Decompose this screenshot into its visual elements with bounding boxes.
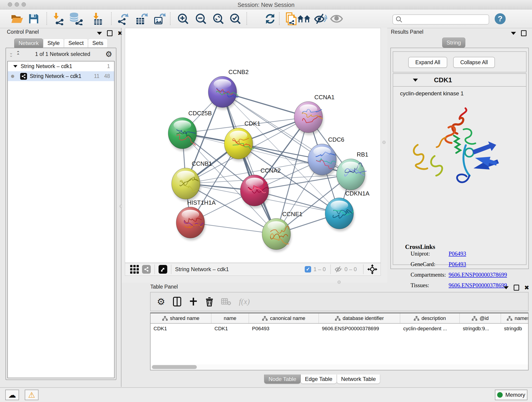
toolbar-separator xyxy=(363,264,364,274)
column-header-database-identifier[interactable]: database identifier xyxy=(319,313,400,323)
node-table: shared namenamecanonical namedatabase id… xyxy=(150,313,529,370)
panel-menu-icon[interactable] xyxy=(511,32,516,35)
column-header-shared-name[interactable]: shared name xyxy=(151,313,211,323)
export-table-icon[interactable] xyxy=(135,12,149,26)
section-collapse-icon[interactable] xyxy=(413,79,418,82)
tab-style[interactable]: Style xyxy=(43,38,64,48)
hidden-count: 0 – 0 xyxy=(345,266,357,273)
cell-name[interactable]: CDK1 xyxy=(211,324,249,333)
collapse-all-button[interactable]: Collapse All xyxy=(453,57,495,68)
column-header-canonical-name[interactable]: canonical name xyxy=(249,313,319,323)
panel-menu-icon[interactable] xyxy=(97,32,102,35)
collapse-all-icon[interactable]: ⌄⌄ xyxy=(9,51,13,57)
import-network-from-database-icon[interactable] xyxy=(69,12,83,26)
scrollbar-thumb[interactable] xyxy=(152,365,197,369)
cell-shared-name[interactable]: CDK1 xyxy=(151,324,211,333)
crosslink-label: Uniprot: xyxy=(411,250,430,257)
network-overview-icon[interactable] xyxy=(142,265,151,274)
refresh-icon[interactable] xyxy=(263,12,277,26)
network-row-selected[interactable]: String Network – cdk1 11 48 xyxy=(8,71,114,81)
cell-@id[interactable]: stringdb:9... xyxy=(460,324,501,333)
cell-database-identifier[interactable]: 9606.ENSP00000378699 xyxy=(319,324,400,333)
node-ccna1[interactable]: CCNA1 xyxy=(294,94,335,135)
column-header-namespace[interactable]: namespace xyxy=(501,313,529,323)
delete-table-icon[interactable] xyxy=(221,298,231,306)
crosslink-link[interactable]: 9606.ENSP00000378699 xyxy=(449,272,507,278)
cell-description[interactable]: cyclin-dependent ... xyxy=(400,324,460,333)
pan-crosshair-icon[interactable] xyxy=(367,264,377,274)
hide-selection-eye-icon[interactable] xyxy=(313,12,328,26)
import-network-icon[interactable] xyxy=(51,12,65,26)
column-header-name[interactable]: name xyxy=(211,313,249,323)
network-canvas[interactable]: CCNB2CCNA1CDC25BCDK1CDC6RB1CCNB1CCNA2CDK… xyxy=(125,28,381,263)
node-label: RB1 xyxy=(357,151,368,158)
node-label: CCNA2 xyxy=(260,167,281,174)
expand-all-icon[interactable]: ⌃⌃ xyxy=(16,51,20,57)
home-views-icon[interactable] xyxy=(297,12,311,26)
edge[interactable] xyxy=(222,92,276,234)
zoom-fit-icon[interactable] xyxy=(211,12,225,26)
cell-namespace[interactable]: stringdb xyxy=(501,324,529,333)
grid-view-icon[interactable] xyxy=(130,265,139,274)
export-image-icon[interactable] xyxy=(152,12,167,26)
tree-expand-icon[interactable] xyxy=(13,65,17,68)
zoom-selected-icon[interactable] xyxy=(228,12,242,26)
results-panel: Results Panel ✖ String Expand All Collap… xyxy=(387,28,532,283)
crosslink-link[interactable]: P06493 xyxy=(449,250,466,257)
gear-icon[interactable]: ⚙ xyxy=(105,50,112,58)
node-ccnb2[interactable]: CCNB2 xyxy=(208,69,249,110)
show-eye-icon[interactable] xyxy=(329,12,344,26)
tab-network[interactable]: Network xyxy=(14,38,43,48)
node-label: CDK1 xyxy=(244,120,260,127)
expand-all-button[interactable]: Expand All xyxy=(408,57,447,68)
float-panel-icon[interactable] xyxy=(521,30,526,36)
node-section-header[interactable]: CDK1 xyxy=(393,74,526,87)
zoom-in-icon[interactable] xyxy=(176,12,190,26)
network-collection-row[interactable]: String Network – cdk1 1 xyxy=(8,61,114,71)
warnings-button[interactable]: ⚠ xyxy=(25,390,38,400)
table-settings-gear-icon[interactable]: ⚙ xyxy=(157,297,165,306)
search-field[interactable] xyxy=(393,14,489,25)
splitter-handle[interactable] xyxy=(382,141,386,144)
import-table-icon[interactable] xyxy=(90,12,104,26)
table-horizontal-scrollbar[interactable] xyxy=(150,364,529,370)
tab-select[interactable]: Select xyxy=(64,38,88,48)
selected-nodes-checkbox-icon[interactable]: ✓ xyxy=(305,266,311,273)
tab-edge-table[interactable]: Edge Table xyxy=(301,375,337,384)
node-rb1[interactable]: RB1 xyxy=(336,151,368,192)
snapshot-documents-icon[interactable] xyxy=(284,12,298,26)
float-panel-icon[interactable] xyxy=(514,285,519,291)
node-cdkn1a[interactable]: CDKN1A xyxy=(325,190,370,231)
add-column-icon[interactable] xyxy=(189,297,198,306)
tab-sets[interactable]: Sets xyxy=(88,38,108,48)
delete-column-trash-icon[interactable] xyxy=(206,297,213,306)
zoom-out-icon[interactable] xyxy=(194,12,208,26)
node-hist1h1a[interactable]: HIST1H1A xyxy=(176,199,216,240)
cell-canonical-name[interactable]: P06493 xyxy=(249,324,319,333)
title-bar: Session: New Session xyxy=(0,0,532,9)
panel-menu-icon[interactable] xyxy=(504,286,509,289)
close-panel-icon[interactable]: ✖ xyxy=(524,285,529,290)
export-network-icon[interactable] xyxy=(116,12,130,26)
open-folder-icon[interactable] xyxy=(10,12,24,26)
column-header-@id[interactable]: @id xyxy=(460,313,501,323)
tab-network-table[interactable]: Network Table xyxy=(337,375,380,384)
help-icon[interactable]: ? xyxy=(493,12,507,26)
tab-string[interactable]: String xyxy=(442,38,465,48)
splitter-handle[interactable] xyxy=(337,281,341,284)
column-header-description[interactable]: description xyxy=(400,313,460,323)
memory-button[interactable]: Memory xyxy=(495,390,527,400)
show-columns-icon[interactable] xyxy=(173,297,181,306)
crosslink-link[interactable]: P06493 xyxy=(449,261,466,268)
function-builder-icon[interactable]: f(x) xyxy=(239,297,250,306)
tab-node-table[interactable]: Node Table xyxy=(264,375,301,384)
cloud-button[interactable]: ☁ xyxy=(5,390,19,400)
network-type-icon xyxy=(20,73,27,80)
node-ccna2[interactable]: CCNA2 xyxy=(240,167,281,208)
save-icon[interactable] xyxy=(27,12,41,26)
birds-eye-view-icon[interactable] xyxy=(158,265,167,274)
node-label: CCNE1 xyxy=(282,211,302,217)
search-input[interactable] xyxy=(404,16,489,23)
float-panel-icon[interactable] xyxy=(107,30,113,36)
table-row[interactable]: CDK1CDK1P064939606.ENSP00000378699cyclin… xyxy=(151,324,528,333)
